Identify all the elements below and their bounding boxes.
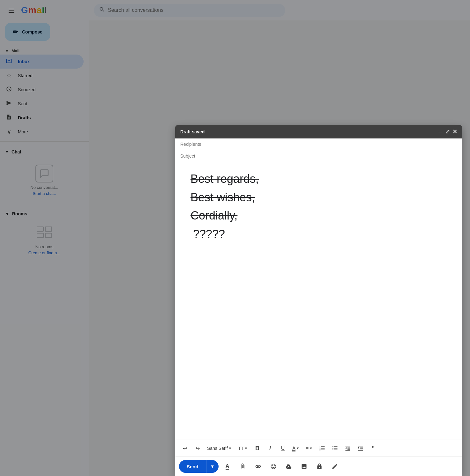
format-toolbar: ↩ ↪ Sans Serif ▼ TT ▼ B I U A ▼ ≡ ▼ (175, 440, 462, 457)
body-line-2: Best wishes, (190, 188, 447, 207)
italic-button[interactable]: I (264, 443, 276, 454)
send-button-group: Send ▼ (179, 460, 219, 473)
font-color-chevron-icon: ▼ (296, 446, 300, 450)
compose-header: Draft saved ─ ⤢ ✕ (175, 125, 462, 138)
emoji-button[interactable] (267, 460, 280, 473)
recipients-field[interactable] (175, 138, 462, 150)
maximize-icon[interactable]: ⤢ (445, 128, 450, 135)
font-color-dropdown[interactable]: A ▼ (290, 443, 302, 454)
compose-header-title: Draft saved (180, 129, 205, 134)
align-chevron-icon: ▼ (309, 446, 313, 450)
align-label: ≡ (306, 446, 309, 451)
attach-button[interactable] (236, 460, 249, 473)
compose-window: Draft saved ─ ⤢ ✕ Best regards, Best wis… (175, 125, 462, 476)
bold-button[interactable]: B (251, 443, 263, 454)
close-icon[interactable]: ✕ (452, 128, 457, 135)
photo-button[interactable] (298, 460, 310, 473)
compose-header-actions: ─ ⤢ ✕ (438, 128, 457, 135)
font-family-chevron-icon: ▼ (228, 446, 232, 450)
body-line-1: Best regards, (190, 170, 447, 188)
align-dropdown[interactable]: ≡ ▼ (303, 443, 315, 454)
undo-button[interactable]: ↩ (179, 443, 190, 454)
signature-button[interactable] (328, 460, 341, 473)
body-line-4: ????? (190, 225, 447, 243)
font-size-dropdown[interactable]: TT ▼ (235, 443, 250, 454)
compose-body[interactable]: Best regards, Best wishes, Cordially, ??… (175, 162, 462, 440)
body-line-3: Cordially, (190, 206, 447, 225)
bulleted-list-button[interactable] (329, 443, 341, 454)
link-button[interactable] (252, 460, 265, 473)
indent-more-button[interactable] (355, 443, 366, 454)
redo-button[interactable]: ↪ (192, 443, 203, 454)
quote-button[interactable]: " (368, 443, 379, 454)
send-button[interactable]: Send (179, 460, 206, 473)
confidential-button[interactable] (313, 460, 326, 473)
font-size-label: TT (238, 446, 243, 451)
font-size-chevron-icon: ▼ (244, 446, 248, 450)
format-text-button[interactable]: A (221, 460, 234, 473)
numbered-list-button[interactable] (317, 443, 328, 454)
compose-fields (175, 138, 462, 162)
drive-button[interactable] (282, 460, 295, 473)
recipients-input[interactable] (180, 142, 457, 147)
compose-bottom-bar: Send ▼ A (175, 457, 462, 476)
font-family-label: Sans Serif (207, 446, 228, 451)
subject-input[interactable] (180, 153, 457, 159)
send-options-button[interactable]: ▼ (206, 460, 219, 473)
indent-less-button[interactable] (342, 443, 354, 454)
underline-button[interactable]: U (277, 443, 288, 454)
subject-field[interactable] (175, 150, 462, 162)
font-color-label: A (292, 445, 295, 451)
font-family-dropdown[interactable]: Sans Serif ▼ (205, 443, 234, 454)
minimize-icon[interactable]: ─ (438, 129, 443, 135)
